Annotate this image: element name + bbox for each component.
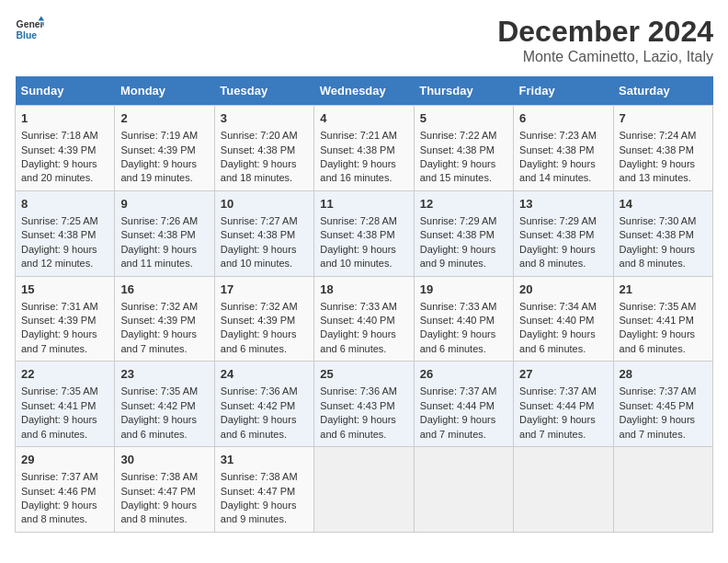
calendar-cell: 4Sunrise: 7:21 AMSunset: 4:38 PMDaylight… [314, 106, 414, 191]
sunrise-label: Sunrise: 7:36 AM [221, 385, 298, 396]
daylight-label: Daylight: 9 hours and 7 minutes. [420, 414, 496, 439]
daylight-label: Daylight: 9 hours and 6 minutes. [21, 414, 97, 439]
sunrise-label: Sunrise: 7:22 AM [420, 130, 497, 141]
column-header-friday: Friday [514, 76, 613, 106]
daylight-label: Daylight: 9 hours and 10 minutes. [320, 244, 396, 269]
sunrise-label: Sunrise: 7:38 AM [120, 471, 198, 482]
sunrise-label: Sunrise: 7:27 AM [221, 215, 298, 226]
svg-text:General: General [17, 19, 44, 29]
column-header-saturday: Saturday [613, 76, 712, 106]
sunrise-label: Sunrise: 7:31 AM [21, 301, 98, 312]
logo: General Blue [15, 15, 44, 44]
sunset-label: Sunset: 4:42 PM [221, 400, 295, 411]
sunset-label: Sunset: 4:47 PM [120, 486, 195, 497]
sunrise-label: Sunrise: 7:29 AM [420, 215, 497, 226]
calendar-cell: 17Sunrise: 7:32 AMSunset: 4:39 PMDayligh… [214, 276, 313, 362]
day-number: 1 [21, 110, 108, 127]
sunrise-label: Sunrise: 7:21 AM [320, 130, 397, 141]
calendar-cell: 31Sunrise: 7:38 AMSunset: 4:47 PMDayligh… [214, 447, 313, 533]
calendar-cell: 10Sunrise: 7:27 AMSunset: 4:38 PMDayligh… [214, 190, 313, 276]
calendar-cell: 8Sunrise: 7:25 AMSunset: 4:38 PMDaylight… [16, 190, 115, 276]
sunrise-label: Sunrise: 7:18 AM [21, 130, 98, 141]
sunset-label: Sunset: 4:40 PM [519, 315, 594, 326]
sunrise-label: Sunrise: 7:29 AM [519, 215, 597, 226]
calendar-cell: 2Sunrise: 7:19 AMSunset: 4:39 PMDaylight… [115, 106, 214, 191]
daylight-label: Daylight: 9 hours and 15 minutes. [420, 158, 496, 183]
svg-marker-2 [39, 17, 44, 21]
subtitle: Monte Caminetto, Lazio, Italy [497, 49, 713, 65]
day-number: 10 [221, 196, 308, 213]
sunset-label: Sunset: 4:38 PM [519, 144, 594, 155]
calendar-cell: 11Sunrise: 7:28 AMSunset: 4:38 PMDayligh… [314, 190, 414, 276]
daylight-label: Daylight: 9 hours and 9 minutes. [221, 500, 297, 524]
day-number: 26 [420, 366, 507, 383]
daylight-label: Daylight: 9 hours and 8 minutes. [519, 244, 596, 269]
sunset-label: Sunset: 4:38 PM [21, 229, 96, 240]
sunrise-label: Sunrise: 7:26 AM [120, 215, 198, 226]
day-number: 30 [120, 452, 208, 468]
calendar-cell: 25Sunrise: 7:36 AMSunset: 4:43 PMDayligh… [314, 362, 414, 447]
daylight-label: Daylight: 9 hours and 7 minutes. [519, 414, 596, 439]
day-number: 22 [21, 366, 108, 383]
day-number: 12 [420, 196, 507, 213]
week-row-3: 15Sunrise: 7:31 AMSunset: 4:39 PMDayligh… [16, 276, 713, 362]
day-number: 29 [21, 452, 108, 468]
column-header-tuesday: Tuesday [214, 76, 313, 106]
sunset-label: Sunset: 4:43 PM [320, 400, 394, 411]
calendar-cell: 30Sunrise: 7:38 AMSunset: 4:47 PMDayligh… [115, 447, 214, 533]
sunrise-label: Sunrise: 7:23 AM [519, 130, 597, 141]
daylight-label: Daylight: 9 hours and 18 minutes. [221, 158, 297, 183]
title-section: December 2024 Monte Caminetto, Lazio, It… [497, 15, 713, 65]
column-header-sunday: Sunday [16, 76, 115, 106]
header-row: SundayMondayTuesdayWednesdayThursdayFrid… [16, 76, 713, 106]
sunset-label: Sunset: 4:42 PM [120, 400, 195, 411]
week-row-2: 8Sunrise: 7:25 AMSunset: 4:38 PMDaylight… [16, 190, 713, 276]
sunset-label: Sunset: 4:45 PM [620, 400, 694, 411]
header: General Blue December 2024 Monte Caminet… [15, 15, 713, 65]
sunset-label: Sunset: 4:38 PM [420, 229, 495, 240]
calendar-cell: 19Sunrise: 7:33 AMSunset: 4:40 PMDayligh… [414, 276, 513, 362]
calendar-cell: 7Sunrise: 7:24 AMSunset: 4:38 PMDaylight… [613, 106, 712, 191]
sunrise-label: Sunrise: 7:36 AM [320, 385, 397, 396]
daylight-label: Daylight: 9 hours and 6 minutes. [320, 414, 396, 439]
day-number: 15 [21, 282, 108, 298]
sunrise-label: Sunrise: 7:38 AM [221, 471, 298, 482]
sunrise-label: Sunrise: 7:19 AM [120, 130, 198, 141]
calendar-cell: 12Sunrise: 7:29 AMSunset: 4:38 PMDayligh… [414, 190, 513, 276]
calendar-cell: 29Sunrise: 7:37 AMSunset: 4:46 PMDayligh… [16, 447, 115, 533]
day-number: 18 [320, 282, 407, 298]
daylight-label: Daylight: 9 hours and 6 minutes. [620, 328, 696, 353]
calendar-cell: 20Sunrise: 7:34 AMSunset: 4:40 PMDayligh… [514, 276, 613, 362]
daylight-label: Daylight: 9 hours and 19 minutes. [120, 158, 197, 183]
day-number: 4 [320, 110, 407, 127]
calendar-cell: 28Sunrise: 7:37 AMSunset: 4:45 PMDayligh… [613, 362, 712, 447]
sunset-label: Sunset: 4:38 PM [620, 229, 694, 240]
calendar-cell: 6Sunrise: 7:23 AMSunset: 4:38 PMDaylight… [514, 106, 613, 191]
week-row-4: 22Sunrise: 7:35 AMSunset: 4:41 PMDayligh… [16, 362, 713, 447]
week-row-1: 1Sunrise: 7:18 AMSunset: 4:39 PMDaylight… [16, 106, 713, 191]
day-number: 16 [120, 282, 208, 298]
day-number: 8 [21, 196, 108, 213]
day-number: 6 [519, 110, 607, 127]
sunset-label: Sunset: 4:38 PM [221, 229, 295, 240]
svg-text:Blue: Blue [17, 30, 38, 40]
daylight-label: Daylight: 9 hours and 10 minutes. [221, 244, 297, 269]
sunset-label: Sunset: 4:41 PM [620, 315, 694, 326]
calendar-cell: 1Sunrise: 7:18 AMSunset: 4:39 PMDaylight… [16, 106, 115, 191]
sunset-label: Sunset: 4:38 PM [320, 144, 394, 155]
sunrise-label: Sunrise: 7:30 AM [620, 215, 697, 226]
sunrise-label: Sunrise: 7:35 AM [21, 385, 98, 396]
day-number: 17 [221, 282, 308, 298]
daylight-label: Daylight: 9 hours and 6 minutes. [120, 414, 197, 439]
sunrise-label: Sunrise: 7:37 AM [620, 385, 697, 396]
sunset-label: Sunset: 4:38 PM [320, 229, 394, 240]
sunrise-label: Sunrise: 7:37 AM [519, 385, 597, 396]
daylight-label: Daylight: 9 hours and 6 minutes. [320, 328, 396, 353]
day-number: 11 [320, 196, 407, 213]
sunset-label: Sunset: 4:38 PM [221, 144, 295, 155]
calendar-cell: 9Sunrise: 7:26 AMSunset: 4:38 PMDaylight… [115, 190, 214, 276]
day-number: 14 [620, 196, 707, 213]
calendar-cell [314, 447, 414, 533]
day-number: 5 [420, 110, 507, 127]
sunrise-label: Sunrise: 7:25 AM [21, 215, 98, 226]
